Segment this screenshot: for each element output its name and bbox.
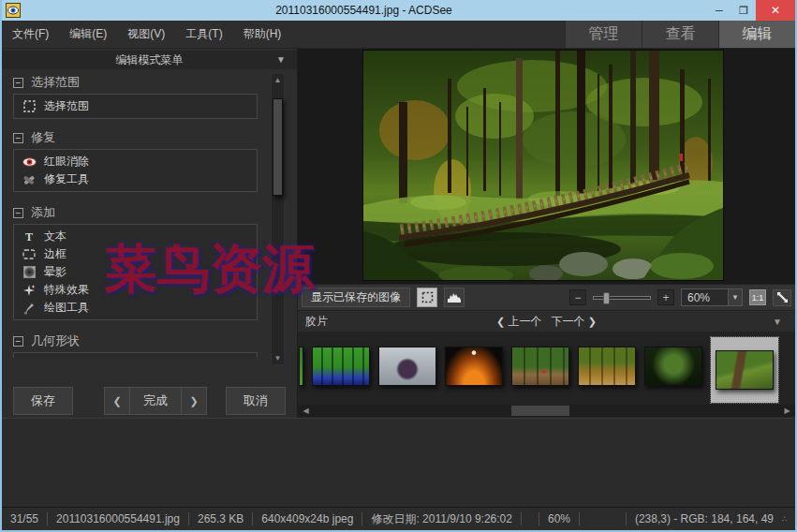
next-link[interactable]: 下一个 [552, 315, 585, 328]
group-geometry[interactable]: − 几何形状 [13, 330, 258, 352]
chevron-down-icon: ▼ [276, 54, 286, 65]
svg-text:T: T [25, 231, 33, 243]
group-box-repair: 红眼消除 修复工具 [13, 149, 258, 192]
filmstrip-scrollbar[interactable]: ◀ ▶ [298, 405, 795, 417]
save-button[interactable]: 保存 [13, 387, 73, 415]
scroll-up-icon[interactable]: ▲ [272, 74, 284, 86]
zoom-level-value: 60% [682, 291, 728, 304]
previous-link[interactable]: 上一个 [508, 315, 541, 328]
edit-mode-menu-header[interactable]: 编辑模式菜单 ▼ [2, 51, 297, 69]
tool-item-select-range[interactable]: 选择范围 [14, 97, 257, 115]
heal-icon [22, 172, 37, 187]
zoom-level-combo[interactable]: 60% ▼ [681, 288, 743, 306]
collapse-icon[interactable]: − [13, 336, 23, 347]
collapse-icon[interactable]: − [13, 78, 23, 88]
filmstrip-thumbnail[interactable] [312, 347, 370, 386]
scroll-right-icon[interactable]: ▶ [781, 405, 793, 417]
tool-item-frame[interactable]: 边框 [14, 245, 257, 263]
selection-icon [22, 99, 37, 114]
group-selection[interactable]: − 选择范围 [13, 71, 258, 94]
group-box-add: T 文本 边框 晕影 [13, 224, 258, 320]
cancel-button[interactable]: 取消 [226, 387, 286, 415]
menubar: 文件(F) 编辑(E) 视图(V) 工具(T) 帮助(H) 管理 查看 编辑 [2, 21, 795, 49]
previous-image-button[interactable]: ❮ [104, 387, 130, 415]
filmstrip-header: 胶片 ❮ 上一个 下一个 ❯ ▼ [298, 310, 795, 332]
group-repair[interactable]: − 修复 [13, 126, 258, 149]
current-image-thumbnail[interactable] [716, 350, 774, 390]
status-position: 31/55 [2, 512, 47, 525]
filmstrip-thumbnail[interactable] [578, 347, 636, 386]
filmstrip-thumbnail-selected[interactable] [711, 337, 778, 403]
canvas [298, 49, 795, 284]
rotate-icon [22, 358, 37, 359]
edit-panel: 编辑模式菜单 ▼ − 选择范围 选择范围 − [2, 49, 297, 418]
collapse-icon[interactable]: − [13, 133, 23, 143]
filmstrip-thumbnail[interactable] [299, 347, 303, 386]
group-add[interactable]: − 添加 [13, 201, 258, 224]
next-arrow-icon[interactable]: ❯ [588, 316, 597, 327]
panel-scrollbar[interactable]: ▲ ▼ [271, 73, 285, 365]
minimize-button[interactable]: ─ [707, 0, 731, 21]
fit-image-button[interactable] [773, 289, 791, 306]
filmstrip-thumbnail[interactable] [511, 347, 569, 386]
menu-tools[interactable]: 工具(T) [175, 21, 232, 48]
tool-item-red-eye[interactable]: 红眼消除 [14, 153, 257, 170]
tool-item-heal[interactable]: 修复工具 [14, 170, 257, 188]
menu-file[interactable]: 文件(F) [2, 21, 59, 48]
maximize-button[interactable]: ❐ [731, 0, 756, 21]
menu-view[interactable]: 视图(V) [117, 21, 175, 48]
filmstrip-scrollbar-thumb[interactable] [511, 406, 569, 416]
mode-view-button[interactable]: 查看 [642, 21, 718, 48]
zoom-out-button[interactable]: − [569, 289, 586, 305]
scrollbar-thumb[interactable] [273, 98, 283, 196]
menu-help[interactable]: 帮助(H) [233, 21, 292, 48]
mode-edit-button[interactable]: 编辑 [718, 21, 795, 48]
acdsee-window: 20110316000554491.jpg - ACDSee ─ ❐ ✕ 文件(… [0, 0, 797, 532]
photo-forest-bridge [363, 51, 723, 280]
filmstrip-thumbnail[interactable] [445, 347, 503, 386]
scroll-down-icon[interactable]: ▼ [272, 352, 284, 364]
filmstrip-dropdown-icon[interactable]: ▼ [773, 317, 782, 327]
panel-buttons: 保存 ❮ 完成 ❯ 取消 [2, 387, 297, 415]
resize-grip[interactable]: ∴ [782, 514, 795, 524]
done-button[interactable]: 完成 [130, 387, 181, 415]
zoom-dropdown-icon[interactable]: ▼ [728, 289, 742, 305]
histogram-button[interactable] [444, 288, 465, 307]
previous-arrow-icon[interactable]: ❮ [496, 316, 505, 327]
filmstrip-nav: ❮ 上一个 下一个 ❯ [298, 314, 795, 330]
vignette-icon [22, 265, 37, 280]
status-image-info: 640x409x24b jpeg [252, 512, 362, 525]
collapse-icon[interactable]: − [13, 208, 23, 218]
status-modified-date: 修改日期: 2011/9/10 9:26:02 [362, 512, 521, 525]
text-icon: T [22, 229, 37, 244]
next-image-button[interactable]: ❯ [181, 387, 207, 415]
zoom-in-button[interactable]: + [657, 289, 674, 305]
statusbar: 31/55 20110316000554491.jpg 265.3 KB 640… [2, 507, 795, 529]
tool-item-draw[interactable]: 绘图工具 [14, 299, 257, 317]
zoom-slider-knob[interactable] [603, 292, 610, 304]
group-box-geometry: 旋转 [13, 352, 258, 358]
tool-item-vignette[interactable]: 晕影 [14, 263, 257, 281]
titlebar: 20110316000554491.jpg - ACDSee ─ ❐ ✕ [2, 0, 795, 21]
status-pixel-info: (238,3) - RGB: 184, 164, 49 [626, 512, 782, 525]
filmstrip-thumbnail[interactable] [644, 347, 702, 386]
tool-item-effects[interactable]: 特殊效果 [14, 281, 257, 299]
tool-item-text[interactable]: T 文本 [14, 228, 257, 245]
effects-icon [22, 283, 37, 298]
status-filesize: 265.3 KB [188, 512, 252, 525]
show-saved-image-button[interactable]: 显示已保存的图像 [302, 288, 410, 307]
mode-manage-button[interactable]: 管理 [565, 21, 642, 48]
actual-size-button[interactable]: 1:1 [749, 289, 766, 305]
window-title: 20110316000554491.jpg - ACDSee [21, 4, 707, 17]
status-zoom: 60% [539, 512, 579, 525]
selection-display-button[interactable] [417, 288, 437, 307]
filmstrip-thumbnail[interactable] [378, 347, 436, 386]
group-box-selection: 选择范围 [13, 94, 258, 119]
menu-edit[interactable]: 编辑(E) [59, 21, 117, 48]
tool-item-rotate[interactable]: 旋转 [14, 356, 257, 358]
close-button[interactable]: ✕ [756, 0, 795, 21]
canvas-toolbar: 显示已保存的图像 − + 60% ▼ 1:1 [298, 284, 795, 310]
zoom-slider[interactable] [593, 296, 651, 300]
scroll-left-icon[interactable]: ◀ [300, 405, 312, 417]
filmstrip: ◀ ▶ [298, 332, 795, 418]
